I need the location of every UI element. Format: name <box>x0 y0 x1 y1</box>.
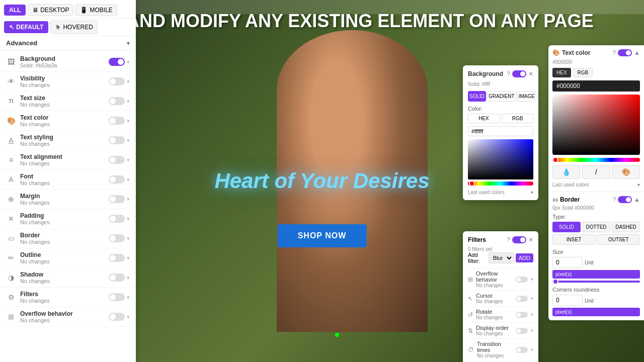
prop-margin[interactable]: ⊕ Margin No changes ▾ <box>0 190 136 209</box>
outline-chevron[interactable]: ▾ <box>127 255 130 261</box>
add-filter-button[interactable]: ADD <box>516 253 533 262</box>
advanced-row[interactable]: Advanced ▾ <box>0 36 136 50</box>
filter-cursor-chevron[interactable]: ▾ <box>531 296 533 301</box>
gradient-button[interactable]: / <box>582 165 610 179</box>
outline-toggle[interactable] <box>109 254 125 262</box>
tab-all[interactable]: ALL <box>4 5 26 16</box>
padding-toggle[interactable] <box>109 215 125 223</box>
corners-input[interactable] <box>552 295 583 306</box>
text-size-toggle[interactable] <box>109 97 125 105</box>
border-toggle[interactable] <box>109 234 125 242</box>
rgb-button[interactable]: RGB <box>502 114 533 123</box>
shadow-toggle[interactable] <box>109 274 125 282</box>
text-color-hue-slider[interactable] <box>552 158 640 162</box>
text-alignment-chevron[interactable]: ▾ <box>127 157 130 163</box>
filter-rotate-chevron[interactable]: ▾ <box>531 312 533 317</box>
background-panel-toggle[interactable] <box>512 70 526 77</box>
bg-tab-solid[interactable]: SOLID <box>468 91 486 102</box>
prop-text-alignment[interactable]: ≡ Text alignment No changes ▾ <box>0 150 136 170</box>
text-styling-toggle[interactable] <box>109 136 125 144</box>
shadow-chevron[interactable]: ▾ <box>127 275 130 281</box>
padding-chevron[interactable]: ▾ <box>127 216 130 222</box>
text-color-toggle[interactable] <box>618 49 632 56</box>
shop-now-button[interactable]: SHOP NOW <box>278 224 367 247</box>
text-color-rgb-tab[interactable]: RGB <box>573 68 593 77</box>
background-chevron[interactable]: ▾ <box>127 59 130 65</box>
font-chevron[interactable]: ▾ <box>127 176 130 183</box>
text-size-chevron[interactable]: ▾ <box>127 98 130 105</box>
text-alignment-toggle[interactable] <box>109 156 125 164</box>
prop-border[interactable]: ▭ Border No changes ▾ <box>0 229 136 248</box>
prop-text-size[interactable]: TI Text size No changes ▾ <box>0 92 136 111</box>
margin-chevron[interactable]: ▾ <box>127 196 130 203</box>
border-chevron[interactable]: ▲ <box>634 196 640 203</box>
text-color-chevron[interactable]: ▲ <box>634 49 640 56</box>
prop-visibility[interactable]: 👁 Visibility No changes ▾ <box>0 72 136 92</box>
hex-button[interactable]: HEX <box>468 114 500 123</box>
border-toggle-right[interactable] <box>618 196 632 203</box>
border-size-thumb[interactable] <box>552 279 558 285</box>
border-outset-btn[interactable]: OUTSET <box>597 234 640 245</box>
filter-close-icon[interactable]: ✕ <box>528 236 533 243</box>
overflow-toggle[interactable] <box>109 313 125 321</box>
text-color-last-used-chevron[interactable]: ▾ <box>637 182 640 188</box>
border-size-slider[interactable] <box>552 281 640 283</box>
prop-text-color[interactable]: 🎨 Text color No changes ▾ <box>0 111 136 131</box>
filter-display-toggle[interactable] <box>516 328 528 334</box>
hue-slider[interactable] <box>468 182 533 186</box>
hue-thumb[interactable] <box>469 180 475 187</box>
overflow-chevron[interactable]: ▾ <box>127 314 130 320</box>
filter-overflow-chevron[interactable]: ▾ <box>531 277 533 282</box>
prop-filters[interactable]: ⚙ Filters No changes ▾ <box>0 288 136 307</box>
filter-cursor-toggle[interactable] <box>516 296 528 302</box>
tab-mobile[interactable]: 📱 MOBILE <box>75 4 117 16</box>
border-unit-display[interactable]: pixel(s) <box>552 270 640 279</box>
color-gradient-picker[interactable] <box>468 139 533 179</box>
text-color-hue-thumb[interactable] <box>552 157 558 163</box>
tab-desktop[interactable]: 🖥 DESKTOP <box>28 4 73 16</box>
palette-button[interactable]: 🎨 <box>612 165 640 179</box>
text-color-hex-input[interactable] <box>552 80 640 92</box>
font-toggle[interactable] <box>109 175 125 184</box>
filter-transition-toggle[interactable] <box>516 347 528 353</box>
hex-color-input[interactable] <box>468 126 533 136</box>
filter-type-select[interactable]: Blur <box>489 252 514 263</box>
border-inset-btn[interactable]: INSET <box>552 234 596 245</box>
prop-overflow[interactable]: ⊞ Overflow behavior No changes ▾ <box>0 307 136 327</box>
text-color-gradient[interactable] <box>552 95 640 155</box>
bg-tab-gradient[interactable]: GRADIENT <box>487 91 516 102</box>
text-color-toggle[interactable] <box>109 117 125 125</box>
prop-font[interactable]: A Font No changes ▾ <box>0 170 136 190</box>
text-styling-chevron[interactable]: ▾ <box>127 137 130 144</box>
filters-toggle[interactable] <box>109 293 125 301</box>
prop-shadow[interactable]: ◑ Shadow No changes ▾ <box>0 268 136 288</box>
filters-chevron[interactable]: ▾ <box>127 294 130 301</box>
bg-tab-image[interactable]: IMAGE <box>517 91 536 102</box>
filter-overflow-toggle[interactable] <box>516 277 528 283</box>
background-toggle[interactable] <box>109 58 125 66</box>
border-dashed-btn[interactable]: DASHED <box>612 222 640 232</box>
filter-panel-toggle[interactable] <box>512 236 526 243</box>
tab-hovered[interactable]: 🖱 HOVERED <box>50 21 97 34</box>
margin-toggle[interactable] <box>109 195 125 203</box>
filter-rotate-toggle[interactable] <box>516 312 528 318</box>
eyedropper-button[interactable]: 💧 <box>552 165 580 179</box>
border-solid-btn[interactable]: SOLID <box>552 222 581 232</box>
text-color-chevron[interactable]: ▾ <box>127 118 130 124</box>
filter-transition-chevron[interactable]: ▾ <box>531 347 533 352</box>
prop-text-styling[interactable]: A Text styling No changes ▾ <box>0 131 136 150</box>
prop-outline[interactable]: ✏ Outline No changes ▾ <box>0 248 136 268</box>
prop-padding[interactable]: ✕ Padding No changes ▾ <box>0 209 136 229</box>
border-chevron[interactable]: ▾ <box>127 235 130 242</box>
visibility-chevron[interactable]: ▾ <box>127 78 130 85</box>
prop-background[interactable]: 🖼 Background Solid: #b53a3a ▾ <box>0 52 136 72</box>
filter-display-chevron[interactable]: ▾ <box>531 328 533 333</box>
last-used-chevron[interactable]: ▾ <box>531 190 533 195</box>
close-icon[interactable]: ✕ <box>528 70 533 77</box>
text-color-hex-tab[interactable]: HEX <box>552 68 571 77</box>
border-size-input[interactable] <box>552 257 583 268</box>
border-dotted-btn[interactable]: DOTTED <box>582 222 610 232</box>
corners-unit-display[interactable]: pixel(s) <box>552 308 640 316</box>
visibility-toggle[interactable] <box>109 77 125 85</box>
tab-default[interactable]: ↖ DEFAULT <box>4 21 48 33</box>
